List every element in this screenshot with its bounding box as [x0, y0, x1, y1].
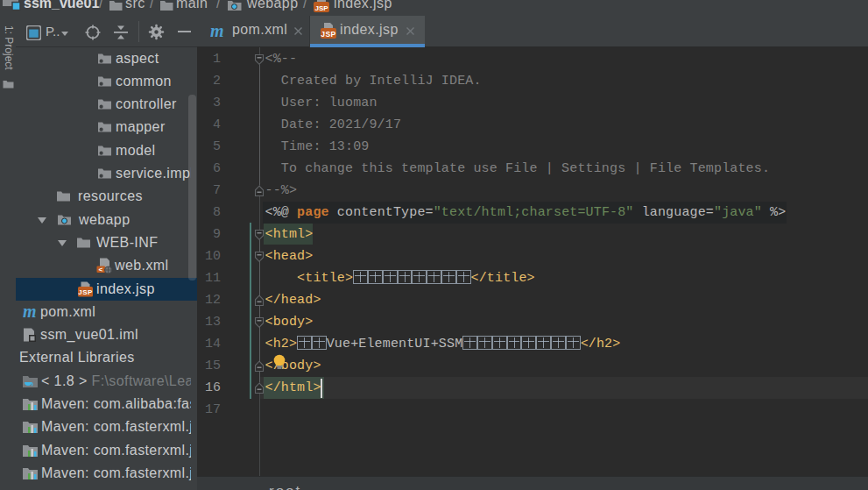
svg-text:JSP: JSP [314, 4, 328, 12]
svg-text:m: m [23, 303, 37, 321]
svg-text:<: < [99, 266, 103, 273]
svg-text:m: m [210, 23, 224, 40]
svg-text:JSP: JSP [321, 30, 335, 39]
svg-text:JSP: JSP [78, 288, 93, 296]
